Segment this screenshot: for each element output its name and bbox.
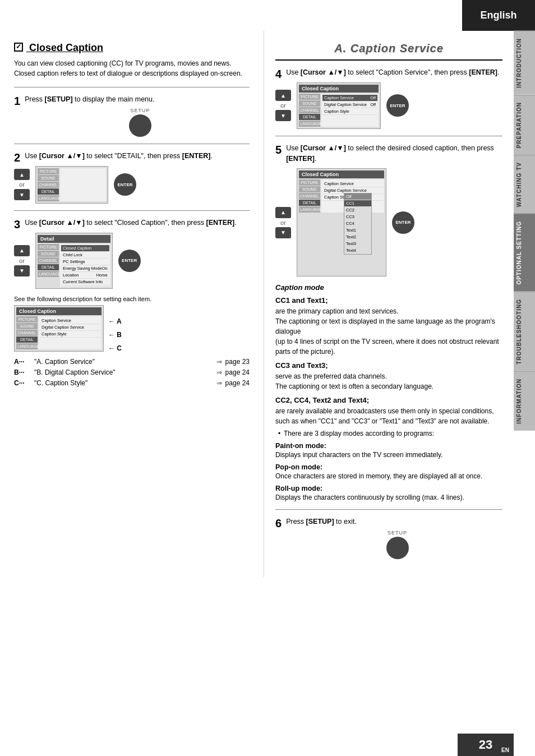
ref-page-B: page 24 <box>225 368 250 376</box>
tab-introduction[interactable]: INTRODUCTION <box>514 31 535 95</box>
cursor-down-3: ▼ <box>14 265 30 276</box>
step-3-body: ▲ or ▼ Detail PICTURE SOUND CHANNEL DETA… <box>14 233 250 289</box>
ref-key-C: C··· <box>14 379 31 387</box>
menu-channel: CHANNEL <box>38 182 59 188</box>
cursor-buttons-3: ▲ or ▼ <box>14 245 30 276</box>
m5-detail: DETAIL <box>299 200 320 206</box>
setup-label-6: SETUP <box>388 530 407 536</box>
enter-button-2: ENTER <box>114 173 136 196</box>
divider-3 <box>14 210 250 211</box>
cursor-up-3: ▲ <box>14 245 30 256</box>
step-3-number: 3 <box>14 218 20 231</box>
m4-detail: DETAIL <box>299 114 320 120</box>
nav-diagram-4: ▲ or ▼ Closed Caption PICTURE SOUND CHAN… <box>275 82 502 129</box>
ref-row-B: B··· "B. Digital Caption Service" ⇒ page… <box>14 368 250 376</box>
or-text-3: or <box>19 257 25 264</box>
step-4-body: ▲ or ▼ Closed Caption PICTURE SOUND CHAN… <box>275 82 502 129</box>
menu-sound: SOUND <box>38 175 59 181</box>
m4-digital: Digital Caption ServiceOff <box>322 102 377 108</box>
ref-A-label: ← A <box>108 317 122 325</box>
ref-key-A: A··· <box>14 358 31 366</box>
tab-information[interactable]: INFORMATION <box>514 371 535 431</box>
m4-language: LANGUAGE <box>299 121 320 127</box>
menu-row-pc: PC Settings <box>61 259 109 265</box>
cursor-up-5: ▲ <box>275 207 291 218</box>
right-column: A. Caption Service 4 Use [Cursor ▲/▼] to… <box>264 31 514 577</box>
step-2-number: 2 <box>14 151 20 164</box>
page-footer: 23 EN <box>458 734 514 756</box>
step-1-body: SETUP <box>14 108 250 137</box>
cm-row-style: Caption Style <box>40 331 100 338</box>
language-label: English <box>480 10 516 21</box>
menu-screenshot-5: Closed Caption PICTURE SOUND CHANNEL DET… <box>297 168 386 276</box>
m5-language: LANGUAGE <box>299 206 320 213</box>
cc1-body: are the primary caption and text service… <box>275 306 502 357</box>
checkbox-icon <box>14 43 23 52</box>
cursor-down-2: ▼ <box>14 189 30 200</box>
cm-detail: DETAIL <box>16 336 38 343</box>
menu-screenshot-3: Detail PICTURE SOUND CHANNEL DETAIL LANG… <box>35 233 113 289</box>
caption-dropdown: Off CC1 CC2 CC3 CC4 Text1 Text2 Text3 Te… <box>344 193 372 255</box>
menu-5-left: PICTURE SOUND CHANNEL DETAIL LANGUAGE <box>299 179 320 213</box>
menu-3-title: Detail <box>38 235 110 243</box>
tab-optional-setting[interactable]: OPTIONAL SETTING <box>514 214 535 292</box>
right-section-title: A. Caption Service <box>275 42 502 61</box>
cc2-title: CC2, CC4, Text2 and Text4; <box>275 396 502 404</box>
menu-detail: DETAIL <box>38 188 59 195</box>
step-6-text: Press [SETUP] to exit. <box>286 517 502 527</box>
menu-2-left: PICTURE SOUND CHANNEL DETAIL LANGUAGE <box>38 168 59 201</box>
menu-3-detail: DETAIL <box>38 264 59 270</box>
or-text-5: or <box>280 219 286 226</box>
dd-text4: Text4 <box>344 247 371 254</box>
ref-row-A: A··· "A. Caption Service" ⇒ page 23 <box>14 358 250 366</box>
step-4-number: 4 <box>275 67 282 81</box>
menu-3-picture: PICTURE <box>38 244 59 250</box>
setup-circle-1 <box>129 114 151 137</box>
reference-table: A··· "A. Caption Service" ⇒ page 23 B···… <box>14 358 250 387</box>
page-en-label: EN <box>501 747 509 753</box>
cursor-buttons-2: ▲ or ▼ <box>14 169 30 200</box>
tab-troubleshooting[interactable]: TROUBLESHOOTING <box>514 292 535 371</box>
paint-body: Displays input characters on the TV scre… <box>275 450 502 460</box>
caption-menu-left: PICTURE SOUND CHANNEL DETAIL LANGUAGE <box>16 316 38 349</box>
dd-cc3: CC3 <box>344 214 371 220</box>
menu-5-title: Closed Caption <box>299 170 384 178</box>
step-1: 1 Press [SETUP] to display the main menu… <box>14 94 250 137</box>
divider-1 <box>14 87 250 87</box>
cursor-buttons-5: ▲ or ▼ <box>275 207 291 238</box>
menu-3-right: Closed Caption Child Lock PC Settings En… <box>60 244 110 287</box>
divider-5-6 <box>275 509 502 510</box>
dd-off: Off <box>344 193 371 200</box>
ref-desc-C: "C. Caption Style" <box>34 379 213 387</box>
caption-mode-title: Caption mode <box>275 283 502 292</box>
step-1-number: 1 <box>14 94 20 108</box>
left-column: Closed Caption You can view closed capti… <box>0 31 264 401</box>
ref-page-A: page 23 <box>225 358 250 366</box>
ref-page-C: page 24 <box>225 379 250 387</box>
roll-title: Roll-up mode: <box>275 485 502 492</box>
nav-diagram-3: ▲ or ▼ Detail PICTURE SOUND CHANNEL DETA… <box>14 233 250 289</box>
menu-3-channel: CHANNEL <box>38 257 59 264</box>
enter-button-5: ENTER <box>392 211 414 234</box>
tab-preparation[interactable]: PREPARATION <box>514 95 535 155</box>
step-2-text: Use [Cursor ▲/▼] to select "DETAIL", the… <box>25 151 250 162</box>
m5-svc: Caption Service <box>322 181 383 187</box>
or-text-4: or <box>280 102 286 109</box>
divider-4-5 <box>275 136 502 136</box>
setup-button-diagram-1: SETUP <box>31 108 250 137</box>
cc1-title: CC1 and Text1; <box>275 296 502 305</box>
step-3-text: Use [Cursor ▲/▼] to select "Closed Capti… <box>25 218 250 228</box>
nav-diagram-2: ▲ or ▼ PICTURE SOUND CHANNEL DETAIL LANG… <box>14 166 250 204</box>
cursor-up-2: ▲ <box>14 169 30 180</box>
menu-picture: PICTURE <box>38 168 59 174</box>
ref-desc-B: "B. Digital Caption Service" <box>34 368 213 376</box>
step-4: 4 Use [Cursor ▲/▼] to select "Caption Se… <box>275 67 502 129</box>
ref-desc-A: "A. Caption Service" <box>34 358 213 366</box>
tab-watching-tv[interactable]: WATCHING TV <box>514 155 535 214</box>
menu-2-right <box>60 168 106 201</box>
dd-cc2: CC2 <box>344 207 371 214</box>
cm-row-caption-service: Caption Service <box>40 317 100 324</box>
menu-4-sidebar: PICTURE SOUND CHANNEL DETAIL LANGUAGE Ca… <box>299 94 379 127</box>
see-desc-text: See the following description for settin… <box>14 296 250 302</box>
setup-label-1: SETUP <box>130 108 150 113</box>
